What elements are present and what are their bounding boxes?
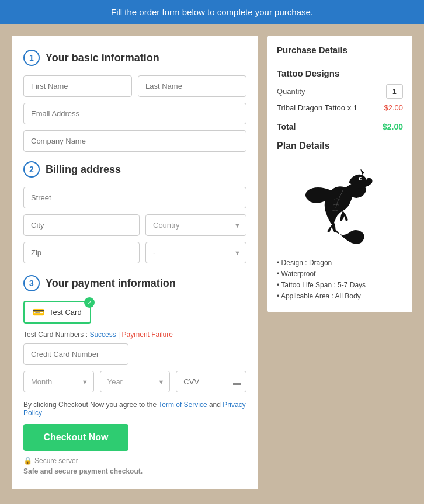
plan-feature-item: Design : Dragon [277,259,403,267]
plan-feature-item: Tattoo Life Span : 5-7 Days [277,281,403,289]
zip-state-row: - ▼ [23,242,246,263]
secure-label: Secure server [34,457,78,465]
email-group [23,103,246,124]
last-name-input[interactable] [138,75,246,97]
section2-header: 2 Billing address [23,161,246,178]
state-wrapper: - ▼ [145,242,246,263]
country-wrapper: Country ▼ [145,214,246,236]
plan-title: Plan Details [277,141,403,151]
section2-number: 2 [23,161,40,178]
company-input[interactable] [23,130,246,152]
section3-number: 3 [23,275,40,291]
plan-feature-item: Applicable Area : All Body [277,292,403,300]
card-label: Test Card [49,308,82,317]
expiry-cvv-row: Month ▼ Year ▼ ▬ [23,371,246,392]
purchase-title: Purchase Details [277,45,403,61]
section3-header: 3 Your payment information [23,275,246,291]
quantity-value: 1 [386,84,403,99]
terms-link[interactable]: Term of Service [158,401,207,409]
top-banner: Fill the order form below to complete yo… [0,0,424,24]
country-select[interactable]: Country [145,214,246,236]
item-row: Tribal Dragon Tattoo x 1 $2.00 [277,103,403,112]
item-label: Tribal Dragon Tattoo x 1 [277,103,357,112]
plan-features: Design : DragonWaterproofTattoo Life Spa… [277,259,403,300]
card-check-icon: ✓ [84,297,95,308]
cc-input[interactable] [23,343,128,365]
state-select[interactable]: - [145,242,246,263]
safe-label: Safe and secure payment checkout. [23,467,246,475]
checkout-button[interactable]: Checkout Now [23,424,128,451]
test-card-info: Test Card Numbers : Success | Payment Fa… [23,331,246,339]
email-input[interactable] [23,103,246,124]
year-select[interactable]: Year [100,371,171,392]
banner-text: Fill the order form below to complete yo… [111,7,313,17]
street-group [23,187,246,208]
section2-title: Billing address [46,164,121,176]
agree-text: By clicking Checkout Now you agree to th… [23,401,246,417]
credit-card-icon: 💳 [33,307,44,318]
city-input[interactable] [23,214,140,236]
cvv-card-icon: ▬ [233,377,241,386]
year-wrapper: Year ▼ [100,371,171,392]
month-wrapper: Month ▼ [23,371,94,392]
name-row [23,75,246,97]
month-select[interactable]: Month [23,371,94,392]
success-link[interactable]: Success [89,331,116,339]
page-wrapper: Fill the order form below to complete yo… [0,0,424,501]
plan-feature-item: Waterproof [277,270,403,278]
lock-icon: 🔒 [23,457,32,465]
main-content: 1 Your basic information 2 Billing addre… [0,24,424,501]
section1-number: 1 [23,50,40,66]
quantity-label: Quantity [277,87,305,96]
test-card-label: Test Card Numbers : [23,331,89,339]
street-input[interactable] [23,187,246,208]
total-price: $2.00 [383,122,403,131]
section1-title: Your basic information [46,52,159,64]
company-group [23,130,246,152]
secure-text: 🔒 Secure server [23,457,246,465]
cvv-wrapper: ▬ [176,371,246,392]
svg-point-1 [360,178,362,180]
payment-section: 3 Your payment information 💳 Test Card ✓… [23,275,246,392]
failure-link[interactable]: Payment Failure [122,331,173,339]
card-option[interactable]: 💳 Test Card ✓ [23,301,91,324]
first-name-input[interactable] [23,75,132,97]
city-country-row: Country ▼ [23,214,246,236]
total-label: Total [277,122,296,131]
sidebar: Purchase Details Tattoo Designs Quantity… [267,36,412,312]
section1-header: 1 Your basic information [23,50,246,66]
zip-input[interactable] [23,242,140,263]
section3-title: Your payment information [46,277,176,290]
tattoo-title: Tattoo Designs [277,68,403,78]
quantity-row: Quantity 1 [277,84,403,99]
form-section: 1 Your basic information 2 Billing addre… [12,36,258,489]
item-price: $2.00 [384,103,403,112]
agree-prefix: By clicking Checkout Now you agree to th… [23,401,158,409]
cc-group [23,343,246,365]
total-row: Total $2.00 [277,117,403,131]
and-text: and [209,401,223,409]
dragon-image [293,158,387,252]
